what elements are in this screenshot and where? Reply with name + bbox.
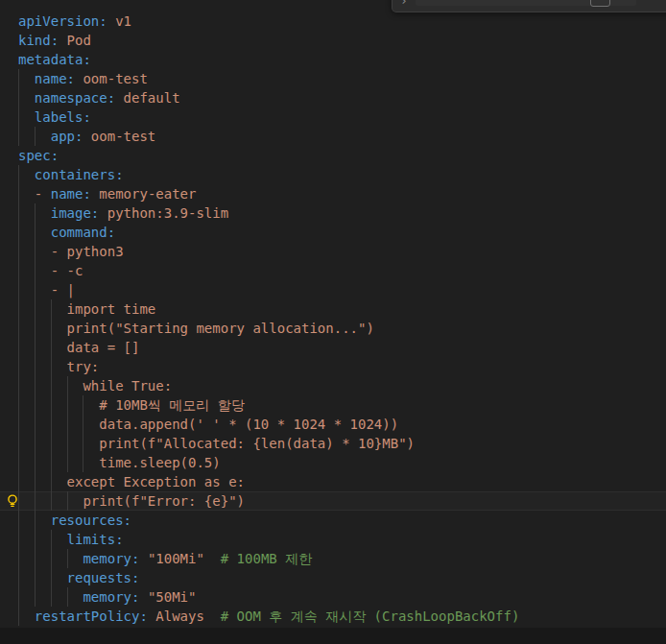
regex-icon[interactable]: .*: [614, 0, 632, 5]
code-line[interactable]: image: python:3.9-slim: [0, 203, 666, 223]
code-line[interactable]: requests:: [0, 568, 666, 587]
code-line[interactable]: limits:: [0, 530, 666, 549]
lightbulb-icon[interactable]: [5, 493, 20, 509]
code-line[interactable]: - -c: [0, 261, 666, 280]
code-line[interactable]: data.append(' ' * (10 * 1024 * 1024)): [0, 415, 666, 434]
indent-guide: [35, 472, 36, 491]
match-case-icon[interactable]: Aa: [568, 0, 586, 5]
indent-guide: [51, 587, 52, 607]
code-token: # OOM 후 계속 재시작 (CrashLoopBackOff): [204, 608, 519, 624]
code-line[interactable]: print("Starting memory allocation..."): [0, 319, 666, 338]
indent-guide: [67, 395, 68, 415]
code-line[interactable]: data = []: [0, 338, 666, 357]
toggle-replace-chevron-icon[interactable]: ›: [398, 0, 410, 8]
code-token: memory-eater: [91, 186, 197, 202]
indent-guide: [51, 491, 52, 511]
find-input[interactable]: [416, 0, 577, 6]
code-line[interactable]: time.sleep(0.5): [0, 453, 666, 472]
indent-guide: [18, 319, 19, 338]
code-token: - -c: [51, 263, 83, 278]
code-line[interactable]: memory: "50Mi": [0, 587, 666, 607]
code-line[interactable]: restartPolicy: Always # OOM 후 계속 재시작 (Cr…: [0, 607, 666, 626]
code-token: - |: [51, 282, 75, 298]
code-area[interactable]: apiVersion: v1kind: Podmetadata: name: o…: [0, 0, 666, 644]
code-token: requests:: [67, 570, 140, 585]
code-token: "50Mi": [139, 589, 196, 605]
code-token: data.append(' ' * (10 * 1024 * 1024)): [99, 417, 398, 432]
code-line[interactable]: # 10MB씩 메모리 할당: [0, 395, 666, 415]
code-line[interactable]: - name: memory-eater: [0, 184, 666, 203]
indent-guide: [18, 568, 19, 587]
indent-guide: [18, 261, 19, 280]
indent-guide: [51, 530, 52, 549]
indent-guide: [67, 434, 68, 453]
code-token: - python3: [51, 244, 124, 259]
code-line[interactable]: resources:: [0, 511, 666, 530]
indent-guide: [35, 319, 36, 338]
indent-guide: [18, 376, 19, 395]
below-editor-area: [0, 628, 666, 644]
code-line[interactable]: - python3: [0, 242, 666, 261]
code-token: "100Mi": [139, 551, 203, 566]
indent-guide: [18, 415, 19, 434]
code-line[interactable]: try:: [0, 357, 666, 376]
indent-guide: [51, 299, 52, 319]
indent-guide: [35, 587, 36, 607]
indent-guide: [18, 607, 19, 626]
code-line[interactable]: spec:: [0, 146, 666, 165]
code-token: app:: [51, 129, 83, 144]
code-line[interactable]: metadata:: [0, 50, 666, 69]
code-line[interactable]: kind: Pod: [0, 31, 666, 50]
code-line[interactable]: while True:: [0, 376, 666, 395]
code-token: print("Starting memory allocation..."): [67, 321, 374, 336]
indent-guide: [35, 376, 36, 395]
code-token: try:: [67, 359, 100, 374]
indent-guide: [18, 453, 19, 472]
find-results-text: No results: [644, 0, 666, 6]
indent-guide: [83, 434, 83, 453]
indent-guide: [35, 491, 36, 511]
indent-guide: [51, 415, 52, 434]
code-token: resources:: [51, 513, 131, 528]
indent-guide: [51, 338, 52, 357]
code-token: name:: [35, 71, 75, 86]
code-token: default: [115, 90, 179, 106]
code-line[interactable]: labels:: [0, 107, 666, 127]
code-line[interactable]: - |: [0, 280, 666, 299]
code-line[interactable]: print(f"Allocated: {len(data) * 10}MB"): [0, 434, 666, 453]
code-token: # 10MB씩 메모리 할당: [99, 397, 244, 413]
code-line[interactable]: memory: "100Mi" # 100MB 제한: [0, 549, 666, 568]
code-line[interactable]: print(f"Error: {e}"): [0, 491, 666, 511]
indent-guide: [18, 69, 19, 88]
indent-guide: [51, 357, 52, 376]
code-line[interactable]: namespace: default: [0, 88, 666, 107]
indent-guide: [67, 587, 68, 607]
code-token: restartPolicy:: [35, 608, 148, 624]
code-token: metadata:: [18, 52, 91, 67]
indent-guide: [18, 242, 19, 261]
code-line[interactable]: name: oom-test: [0, 69, 666, 88]
code-token: labels:: [35, 109, 91, 125]
indent-guide: [83, 395, 83, 415]
indent-guide: [83, 415, 83, 434]
whole-word-icon[interactable]: ab: [590, 0, 610, 7]
code-line[interactable]: app: oom-test: [0, 127, 666, 146]
code-line[interactable]: apiVersion: v1: [0, 12, 666, 31]
code-token: namespace:: [35, 90, 115, 106]
indent-guide: [35, 338, 36, 357]
indent-guide: [35, 357, 36, 376]
code-token: memory:: [83, 589, 139, 605]
indent-guide: [83, 453, 83, 472]
indent-guide: [51, 472, 52, 491]
indent-guide: [35, 511, 36, 530]
find-widget: › Aa ab .* No results: [392, 0, 666, 12]
code-line[interactable]: except Exception as e:: [0, 472, 666, 491]
code-token: oom-test: [75, 71, 148, 86]
indent-guide: [51, 434, 52, 453]
code-token: except Exception as e:: [67, 474, 245, 489]
indent-guide: [35, 415, 36, 434]
code-line[interactable]: containers:: [0, 165, 666, 184]
code-line[interactable]: command:: [0, 223, 666, 242]
code-line[interactable]: import time: [0, 299, 666, 319]
code-token: python:3.9-slim: [99, 205, 228, 221]
